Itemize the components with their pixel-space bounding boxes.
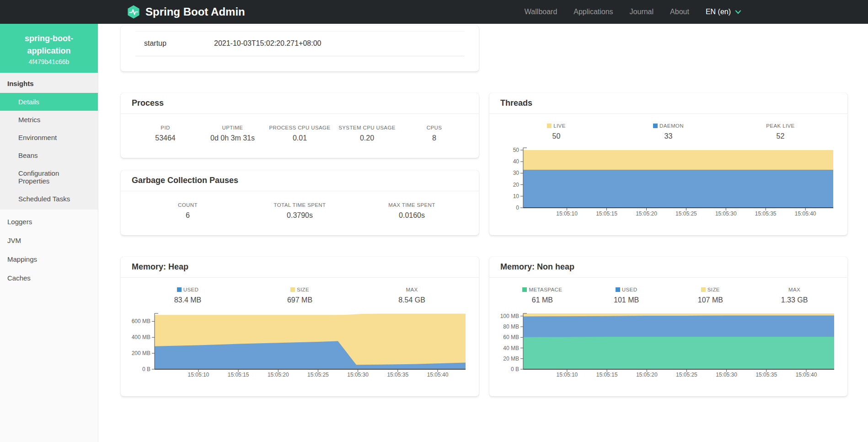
nav-link-journal[interactable]: Journal [630, 8, 654, 16]
stat-max: MAX 1.33 GB [752, 287, 836, 304]
sidebar-item-insights[interactable]: Insights [0, 73, 98, 93]
svg-text:15:05:40: 15:05:40 [796, 372, 817, 378]
svg-text:15:05:20: 15:05:20 [636, 372, 658, 378]
sidebar-item-caches[interactable]: Caches [0, 269, 98, 287]
sidebar-item-environment[interactable]: Environment [0, 129, 98, 146]
memory-nonheap-chart: 0 B20 MB40 MB60 MB80 MB100 MB15:05:1015:… [500, 308, 836, 380]
svg-text:50: 50 [513, 147, 520, 153]
stat-value: 8 [401, 134, 468, 142]
stat-value: 0.20 [333, 134, 401, 142]
stat-label-text: TOTAL TIME SPENT [274, 202, 326, 208]
legend-swatch-used [177, 287, 182, 292]
legend-swatch-metaspace [522, 287, 527, 292]
top-navbar: Spring Boot Admin WallboardApplicationsJ… [0, 0, 868, 24]
stat-label-text: MAX [788, 287, 800, 292]
main-content: startup 2021-10-03T15:02:20.271+08:00 Pr… [99, 24, 868, 442]
svg-text:20 MB: 20 MB [503, 356, 519, 362]
svg-text:15:05:25: 15:05:25 [307, 372, 329, 378]
stat-label-text: CPUS [427, 125, 442, 130]
svg-text:30: 30 [513, 170, 520, 176]
svg-text:20: 20 [513, 182, 520, 188]
svg-text:400 MB: 400 MB [132, 334, 150, 340]
stat-value: 33 [612, 132, 724, 140]
stat-label-text: COUNT [178, 202, 198, 208]
sidebar-menu: Insights DetailsMetricsEnvironmentBeansC… [0, 73, 98, 287]
nav-link-wallboard[interactable]: Wallboard [525, 8, 557, 16]
stat-value: 107 MB [669, 296, 753, 304]
stat-label-text: USED [622, 287, 638, 292]
sidebar-item-mappings[interactable]: Mappings [0, 250, 98, 269]
stat-value: 61 MB [500, 296, 584, 304]
threads-card: Threads LIVE 50 DAEMON 33 PEAK LIVE 52 0… [489, 93, 847, 235]
svg-text:15:05:20: 15:05:20 [636, 210, 657, 217]
nav-link-applications[interactable]: Applications [573, 8, 613, 16]
sidebar: spring-boot-application 4f479b41c66b Ins… [0, 24, 98, 442]
stat-label-text: LIVE [553, 123, 566, 129]
svg-text:15:05:25: 15:05:25 [675, 210, 697, 217]
memory-nonheap-card: Memory: Non heap METASPACE 61 MB USED 10… [489, 257, 847, 396]
nav-link-about[interactable]: About [670, 8, 689, 16]
svg-text:15:05:40: 15:05:40 [427, 372, 449, 378]
stat-label-text: SIZE [707, 287, 720, 292]
legend-swatch-live [547, 124, 552, 128]
stat-daemon: DAEMON 33 [612, 123, 724, 140]
startup-key: startup [144, 39, 214, 48]
navbar-link-list: WallboardApplicationsJournalAbout [525, 8, 689, 16]
insights-group: Insights DetailsMetricsEnvironmentBeansC… [0, 73, 98, 210]
sidebar-item-configuration-properties[interactable]: Configuration Properties [0, 164, 98, 190]
memory-heap-chart: 0 B200 MB400 MB600 MB15:05:1015:05:1515:… [132, 308, 468, 380]
brand[interactable]: Spring Boot Admin [127, 5, 245, 19]
stat-label-text: PID [161, 125, 170, 130]
legend-swatch-used [616, 287, 620, 292]
sidebar-item-scheduled-tasks[interactable]: Scheduled Tasks [0, 190, 98, 208]
startup-card: startup 2021-10-03T15:02:20.271+08:00 [121, 26, 479, 71]
stat-value: 83.4 MB [132, 296, 244, 304]
startup-row: startup 2021-10-03T15:02:20.271+08:00 [135, 31, 464, 56]
stat-label-text: USED [183, 287, 199, 292]
svg-text:15:05:35: 15:05:35 [755, 210, 777, 217]
gc-card-title: Garbage Collection Pauses [121, 170, 479, 191]
memory-heap-card-title: Memory: Heap [121, 257, 479, 278]
stat-max-time-spent: MAX TIME SPENT 0.0160s [356, 202, 468, 220]
svg-text:0 B: 0 B [511, 366, 519, 372]
sidebar-item-beans[interactable]: Beans [0, 146, 98, 164]
garbage-collection-card: Garbage Collection Pauses COUNT 6 TOTAL … [121, 170, 479, 235]
stat-peak-live: PEAK LIVE 52 [724, 123, 836, 140]
stat-uptime: UPTIME 0d 0h 3m 31s [199, 125, 266, 142]
process-card: Process PID 53464 UPTIME 0d 0h 3m 31s PR… [121, 93, 479, 158]
svg-text:15:05:30: 15:05:30 [347, 372, 369, 378]
memory-nonheap-stats: METASPACE 61 MB USED 101 MB SIZE 107 MB … [500, 287, 836, 304]
stat-value: 6 [132, 211, 244, 220]
svg-text:40: 40 [513, 158, 520, 165]
stat-label-text: SYSTEM CPU USAGE [338, 125, 396, 130]
svg-text:80 MB: 80 MB [503, 323, 519, 330]
process-card-title: Process [121, 93, 479, 114]
stat-pid: PID 53464 [132, 125, 199, 142]
stat-label-text: SIZE [297, 287, 309, 292]
stat-value: 0.0160s [356, 211, 468, 220]
sidebar-root-items: LoggersJVMMappingsCaches [0, 210, 98, 287]
sidebar-item-loggers[interactable]: Loggers [0, 212, 98, 231]
sidebar-item-metrics[interactable]: Metrics [0, 111, 98, 129]
stat-total-time-spent: TOTAL TIME SPENT 0.3790s [244, 202, 356, 220]
svg-text:15:05:25: 15:05:25 [676, 372, 697, 378]
stat-used: USED 83.4 MB [132, 287, 244, 304]
stat-value: 50 [500, 132, 612, 140]
sidebar-item-details[interactable]: Details [0, 93, 98, 111]
stat-label-text: UPTIME [222, 125, 243, 130]
threads-card-title: Threads [489, 93, 847, 114]
brand-title: Spring Boot Admin [145, 5, 245, 18]
language-selector[interactable]: EN (en) [706, 8, 741, 16]
stat-process-cpu-usage: PROCESS CPU USAGE 0.01 [266, 125, 333, 142]
sidebar-item-jvm[interactable]: JVM [0, 231, 98, 250]
stat-value: 52 [724, 132, 836, 140]
stat-value: 0.01 [266, 134, 333, 142]
gc-stats: COUNT 6 TOTAL TIME SPENT 0.3790s MAX TIM… [132, 202, 468, 220]
stat-used: USED 101 MB [584, 287, 669, 304]
svg-text:600 MB: 600 MB [132, 318, 150, 324]
legend-swatch-size [290, 287, 295, 292]
threads-chart-svg: 0102030405015:05:1015:05:1515:05:2015:05… [500, 144, 836, 218]
svg-text:15:05:35: 15:05:35 [755, 372, 777, 378]
spring-boot-admin-logo-icon [127, 5, 140, 19]
svg-text:15:05:15: 15:05:15 [596, 210, 617, 217]
